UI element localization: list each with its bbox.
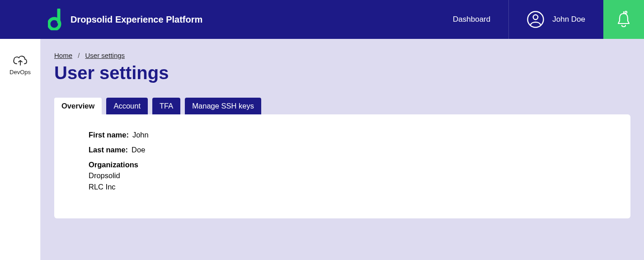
- last-name-label: Last name:: [89, 146, 128, 154]
- tab-label: Account: [113, 102, 141, 110]
- page-title: User settings: [54, 63, 630, 83]
- tab-manage-ssh-keys[interactable]: Manage SSH keys: [185, 98, 261, 114]
- dashboard-label: Dashboard: [453, 15, 490, 24]
- main-content: Home / User settings User settings Overv…: [41, 39, 644, 260]
- tab-account[interactable]: Account: [106, 98, 148, 114]
- organizations-label: Organizations: [89, 161, 596, 169]
- sidebar: DevOps: [0, 39, 41, 260]
- tab-overview[interactable]: Overview: [54, 98, 102, 114]
- body: DevOps Home / User settings User setting…: [0, 39, 644, 260]
- first-name-value: John: [132, 131, 149, 139]
- tab-label: Overview: [61, 102, 94, 110]
- platform-name: Dropsolid Experience Platform: [71, 14, 202, 25]
- logo[interactable]: Dropsolid Experience Platform: [48, 9, 202, 30]
- header-left: Dropsolid Experience Platform: [0, 9, 453, 30]
- user-avatar-icon: [527, 11, 544, 28]
- sidebar-item-devops[interactable]: DevOps: [9, 54, 31, 76]
- last-name-value: Doe: [132, 146, 145, 154]
- breadcrumb-current[interactable]: User settings: [85, 52, 125, 59]
- notifications-button[interactable]: [603, 0, 644, 39]
- dashboard-link[interactable]: Dashboard: [453, 15, 508, 24]
- tab-tfa[interactable]: TFA: [152, 98, 180, 114]
- breadcrumb: Home / User settings: [54, 52, 630, 59]
- svg-point-3: [625, 11, 627, 13]
- app-header: Dropsolid Experience Platform Dashboard …: [0, 0, 644, 39]
- user-name: John Doe: [552, 15, 585, 24]
- tabs: Overview Account TFA Manage SSH keys: [54, 98, 630, 114]
- first-name-label: First name:: [89, 131, 129, 139]
- organization-item: RLC Inc: [89, 181, 596, 193]
- svg-point-2: [533, 15, 538, 19]
- svg-point-0: [49, 19, 60, 29]
- last-name-row: Last name: Doe: [89, 146, 596, 154]
- user-menu[interactable]: John Doe: [508, 0, 603, 39]
- breadcrumb-separator: /: [78, 52, 80, 59]
- first-name-row: First name: John: [89, 131, 596, 139]
- breadcrumb-home[interactable]: Home: [54, 52, 72, 59]
- organization-item: Dropsolid: [89, 170, 596, 181]
- cloud-upload-icon: [12, 54, 28, 66]
- sidebar-item-label: DevOps: [9, 69, 31, 76]
- organizations-block: Organizations Dropsolid RLC Inc: [89, 161, 596, 193]
- bell-icon: [616, 11, 631, 28]
- overview-panel: First name: John Last name: Doe Organiza…: [54, 114, 630, 218]
- tab-label: Manage SSH keys: [192, 102, 254, 110]
- dropsolid-logo-icon: [48, 9, 63, 30]
- tab-label: TFA: [160, 102, 173, 110]
